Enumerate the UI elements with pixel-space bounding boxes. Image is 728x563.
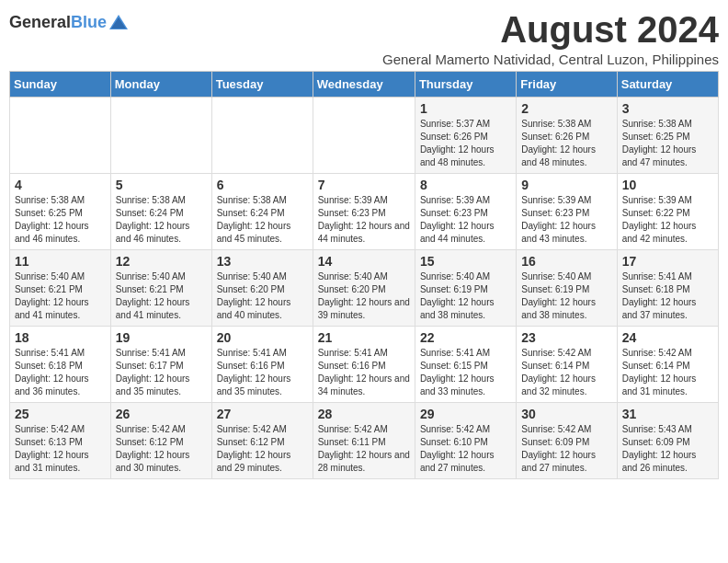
day-number: 10 [622, 178, 713, 192]
calendar-cell: 9Sunrise: 5:39 AM Sunset: 6:23 PM Daylig… [517, 174, 617, 250]
calendar-cell: 20Sunrise: 5:41 AM Sunset: 6:16 PM Dayli… [211, 327, 313, 403]
calendar-cell: 10Sunrise: 5:39 AM Sunset: 6:22 PM Dayli… [617, 174, 718, 250]
day-number: 13 [217, 254, 308, 269]
day-info: Sunrise: 5:42 AM Sunset: 6:11 PM Dayligh… [318, 423, 410, 475]
day-number: 25 [15, 407, 106, 421]
day-number: 2 [521, 101, 611, 116]
day-info: Sunrise: 5:38 AM Sunset: 6:25 PM Dayligh… [622, 118, 713, 169]
day-number: 30 [521, 407, 611, 421]
day-number: 29 [420, 407, 511, 421]
day-info: Sunrise: 5:40 AM Sunset: 6:21 PM Dayligh… [15, 270, 106, 322]
calendar-cell: 14Sunrise: 5:40 AM Sunset: 6:20 PM Dayli… [313, 250, 415, 327]
calendar-cell: 26Sunrise: 5:42 AM Sunset: 6:12 PM Dayli… [110, 403, 211, 479]
calendar-cell: 31Sunrise: 5:43 AM Sunset: 6:09 PM Dayli… [617, 403, 718, 479]
day-info: Sunrise: 5:38 AM Sunset: 6:24 PM Dayligh… [116, 194, 207, 246]
day-number: 9 [521, 178, 611, 192]
day-number: 4 [15, 178, 106, 192]
header-saturday: Saturday [617, 72, 718, 98]
calendar-header: Sunday Monday Tuesday Wednesday Thursday… [10, 72, 719, 98]
day-info: Sunrise: 5:42 AM Sunset: 6:14 PM Dayligh… [622, 347, 713, 398]
day-info: Sunrise: 5:41 AM Sunset: 6:16 PM Dayligh… [217, 347, 308, 398]
day-number: 6 [217, 178, 308, 192]
calendar-cell [110, 98, 211, 174]
day-info: Sunrise: 5:39 AM Sunset: 6:23 PM Dayligh… [420, 194, 511, 246]
day-info: Sunrise: 5:41 AM Sunset: 6:15 PM Dayligh… [420, 347, 511, 398]
day-number: 19 [116, 330, 207, 345]
day-number: 5 [116, 178, 207, 192]
day-info: Sunrise: 5:41 AM Sunset: 6:17 PM Dayligh… [116, 347, 207, 398]
calendar-cell: 19Sunrise: 5:41 AM Sunset: 6:17 PM Dayli… [110, 327, 211, 403]
day-number: 3 [622, 101, 713, 116]
week-row-2: 11Sunrise: 5:40 AM Sunset: 6:21 PM Dayli… [10, 250, 719, 327]
calendar-subtitle: General Mamerto Natividad, Central Luzon… [382, 52, 719, 67]
day-info: Sunrise: 5:40 AM Sunset: 6:21 PM Dayligh… [116, 270, 207, 322]
day-info: Sunrise: 5:42 AM Sunset: 6:13 PM Dayligh… [15, 423, 106, 475]
day-number: 8 [420, 178, 511, 192]
calendar-table: Sunday Monday Tuesday Wednesday Thursday… [9, 71, 719, 479]
day-number: 24 [622, 330, 713, 345]
day-info: Sunrise: 5:37 AM Sunset: 6:26 PM Dayligh… [420, 118, 511, 169]
day-info: Sunrise: 5:42 AM Sunset: 6:12 PM Dayligh… [116, 423, 207, 475]
day-number: 18 [15, 330, 106, 345]
day-number: 1 [420, 101, 511, 116]
day-number: 15 [420, 254, 511, 269]
calendar-cell: 11Sunrise: 5:40 AM Sunset: 6:21 PM Dayli… [10, 250, 111, 327]
day-info: Sunrise: 5:38 AM Sunset: 6:25 PM Dayligh… [15, 194, 106, 246]
day-info: Sunrise: 5:41 AM Sunset: 6:16 PM Dayligh… [318, 347, 410, 398]
header-thursday: Thursday [415, 72, 516, 98]
calendar-body: 1Sunrise: 5:37 AM Sunset: 6:26 PM Daylig… [10, 98, 719, 479]
day-number: 7 [318, 178, 410, 192]
day-number: 26 [116, 407, 207, 421]
day-info: Sunrise: 5:42 AM Sunset: 6:14 PM Dayligh… [521, 347, 611, 398]
calendar-cell: 27Sunrise: 5:42 AM Sunset: 6:12 PM Dayli… [211, 403, 313, 479]
header-tuesday: Tuesday [211, 72, 313, 98]
day-number: 27 [217, 407, 308, 421]
day-info: Sunrise: 5:42 AM Sunset: 6:10 PM Dayligh… [420, 423, 511, 475]
header-friday: Friday [517, 72, 617, 98]
week-row-4: 25Sunrise: 5:42 AM Sunset: 6:13 PM Dayli… [10, 403, 719, 479]
calendar-cell: 24Sunrise: 5:42 AM Sunset: 6:14 PM Dayli… [617, 327, 718, 403]
header-wednesday: Wednesday [313, 72, 415, 98]
day-number: 21 [318, 330, 410, 345]
day-info: Sunrise: 5:39 AM Sunset: 6:23 PM Dayligh… [521, 194, 611, 246]
calendar-cell: 13Sunrise: 5:40 AM Sunset: 6:20 PM Dayli… [211, 250, 313, 327]
day-info: Sunrise: 5:43 AM Sunset: 6:09 PM Dayligh… [622, 423, 713, 475]
calendar-cell [211, 98, 313, 174]
header-row: Sunday Monday Tuesday Wednesday Thursday… [10, 72, 719, 98]
day-info: Sunrise: 5:39 AM Sunset: 6:23 PM Dayligh… [318, 194, 410, 246]
calendar-cell: 23Sunrise: 5:42 AM Sunset: 6:14 PM Dayli… [517, 327, 617, 403]
calendar-cell: 12Sunrise: 5:40 AM Sunset: 6:21 PM Dayli… [110, 250, 211, 327]
header-monday: Monday [110, 72, 211, 98]
day-info: Sunrise: 5:38 AM Sunset: 6:26 PM Dayligh… [521, 118, 611, 169]
header-sunday: Sunday [10, 72, 111, 98]
calendar-cell [313, 98, 415, 174]
day-number: 14 [318, 254, 410, 269]
calendar-title: August 2024 [382, 9, 719, 50]
day-info: Sunrise: 5:38 AM Sunset: 6:24 PM Dayligh… [217, 194, 308, 246]
week-row-3: 18Sunrise: 5:41 AM Sunset: 6:18 PM Dayli… [10, 327, 719, 403]
calendar-cell: 3Sunrise: 5:38 AM Sunset: 6:25 PM Daylig… [617, 98, 718, 174]
calendar-cell: 17Sunrise: 5:41 AM Sunset: 6:18 PM Dayli… [617, 250, 718, 327]
logo: GeneralBlue [9, 9, 129, 33]
calendar-cell: 30Sunrise: 5:42 AM Sunset: 6:09 PM Dayli… [517, 403, 617, 479]
logo-blue: Blue [71, 13, 107, 31]
calendar-cell [10, 98, 111, 174]
calendar-cell: 29Sunrise: 5:42 AM Sunset: 6:10 PM Dayli… [415, 403, 516, 479]
day-info: Sunrise: 5:41 AM Sunset: 6:18 PM Dayligh… [622, 270, 713, 322]
day-number: 31 [622, 407, 713, 421]
day-info: Sunrise: 5:39 AM Sunset: 6:22 PM Dayligh… [622, 194, 713, 246]
day-info: Sunrise: 5:40 AM Sunset: 6:20 PM Dayligh… [318, 270, 410, 322]
day-number: 16 [521, 254, 611, 269]
day-number: 20 [217, 330, 308, 345]
calendar-cell: 6Sunrise: 5:38 AM Sunset: 6:24 PM Daylig… [211, 174, 313, 250]
day-number: 12 [116, 254, 207, 269]
calendar-cell: 5Sunrise: 5:38 AM Sunset: 6:24 PM Daylig… [110, 174, 211, 250]
calendar-cell: 8Sunrise: 5:39 AM Sunset: 6:23 PM Daylig… [415, 174, 516, 250]
logo-general: General [9, 13, 71, 31]
calendar-cell: 7Sunrise: 5:39 AM Sunset: 6:23 PM Daylig… [313, 174, 415, 250]
calendar-cell: 18Sunrise: 5:41 AM Sunset: 6:18 PM Dayli… [10, 327, 111, 403]
day-info: Sunrise: 5:42 AM Sunset: 6:12 PM Dayligh… [217, 423, 308, 475]
day-number: 23 [521, 330, 611, 345]
day-info: Sunrise: 5:40 AM Sunset: 6:19 PM Dayligh… [420, 270, 511, 322]
day-info: Sunrise: 5:40 AM Sunset: 6:19 PM Dayligh… [521, 270, 611, 322]
